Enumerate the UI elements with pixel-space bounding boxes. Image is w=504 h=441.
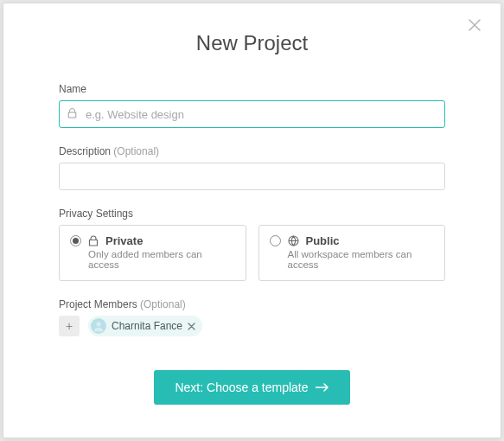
next-button[interactable]: Next: Choose a template	[154, 370, 349, 405]
privacy-private-title: Private	[105, 234, 143, 247]
description-label-text: Description	[59, 145, 113, 157]
globe-icon	[288, 235, 299, 246]
field-name: Name	[59, 83, 445, 128]
modal-footer: Next: Choose a template	[3, 370, 501, 405]
field-description: Description (Optional)	[59, 145, 445, 190]
avatar	[91, 318, 106, 334]
privacy-private-subtitle: Only added members can access	[88, 249, 235, 270]
radio-public[interactable]	[270, 235, 281, 246]
name-label: Name	[59, 83, 445, 95]
privacy-public-subtitle: All workspace members can access	[288, 249, 435, 270]
lock-icon	[88, 235, 99, 246]
arrow-right-icon	[316, 380, 329, 394]
radio-private[interactable]	[70, 235, 81, 246]
privacy-label: Privacy Settings	[59, 208, 445, 220]
field-privacy: Privacy Settings Private Only added memb…	[59, 208, 445, 281]
privacy-option-private[interactable]: Private Only added members can access	[59, 225, 246, 281]
members-label-text: Project Members	[59, 298, 140, 310]
close-icon	[469, 19, 481, 34]
description-optional: (Optional)	[113, 145, 159, 157]
next-button-label: Next: Choose a template	[175, 380, 308, 394]
new-project-modal: New Project Name Description (Optional) …	[3, 3, 501, 438]
members-optional: (Optional)	[140, 298, 186, 310]
description-label: Description (Optional)	[59, 145, 445, 157]
svg-point-1	[96, 322, 100, 326]
close-button[interactable]	[464, 16, 485, 36]
field-members: Project Members (Optional) + Charnita Fa…	[59, 298, 445, 336]
close-icon	[188, 320, 195, 333]
name-input[interactable]	[59, 100, 445, 128]
modal-title: New Project	[3, 31, 501, 55]
description-input[interactable]	[59, 163, 445, 190]
members-label: Project Members (Optional)	[59, 298, 445, 310]
add-member-button[interactable]: +	[59, 316, 80, 336]
remove-member-button[interactable]	[188, 320, 195, 333]
privacy-option-public[interactable]: Public All workspace members can access	[258, 225, 446, 281]
privacy-public-title: Public	[306, 234, 340, 247]
member-chip: Charnita Fance	[88, 316, 202, 336]
member-name: Charnita Fance	[112, 320, 182, 332]
